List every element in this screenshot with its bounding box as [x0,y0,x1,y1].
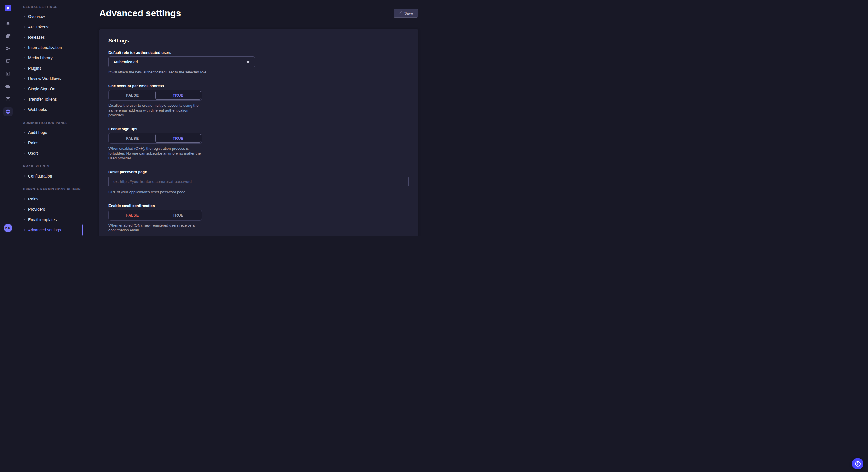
bullet-icon [24,37,25,38]
sidebar-item-up-roles[interactable]: Roles [16,194,83,204]
bullet-icon [24,153,25,154]
sidebar-item-webhooks[interactable]: Webhooks [16,104,83,115]
sidebar-item-email-templates[interactable]: Email templates [16,214,83,225]
cart-icon[interactable] [3,94,12,103]
fields-container: Default role for authenticated users Aut… [108,50,409,236]
bullet-icon [24,132,25,133]
bullet-icon [24,99,25,100]
bullet-icon [24,78,25,79]
sidebar-item-label: Providers [28,207,45,212]
sidebar-item-label: Overview [28,14,45,19]
select-value: Authenticated [113,60,138,64]
toggle-option-true[interactable]: TRUE [155,134,201,142]
paper-plane-icon[interactable] [3,44,12,53]
subnav-section-header: EMAIL PLUGIN [16,165,83,168]
sidebar-item-label: Users [28,151,39,156]
field-hint: URL of your application's reset password… [108,190,409,194]
field-label: Enable sign-ups [108,127,202,131]
page-header: Advanced settings Save [99,6,418,20]
field-hint: It will attach the new authenticated use… [108,70,255,74]
sidebar-item-label: Media Library [28,56,53,60]
sidebar-item-transfer-tokens[interactable]: Transfer Tokens [16,94,83,104]
active-item-indicator [82,224,83,236]
sidebar-item-internationalization[interactable]: Internationalization [16,42,83,53]
field-reset-password-page: Reset password page URL of your applicat… [108,170,409,194]
subnav-section-header: USERS & PERMISSIONS PLUGIN [16,188,83,191]
sidebar-item-review-workflows[interactable]: Review Workflows [16,73,83,84]
page-title: Advanced settings [99,8,181,19]
sidebar-item-providers[interactable]: Providers [16,204,83,214]
layout-icon[interactable] [3,69,12,78]
field-label: Default role for authenticated users [108,50,255,55]
toggle-option-true[interactable]: TRUE [155,211,201,220]
sidebar-item-label: Releases [28,35,45,40]
sidebar-item-label: Advanced settings [28,228,61,232]
sidebar-item-label: Email templates [28,217,57,222]
rail-footer: KD [0,220,16,236]
sidebar-item-label: Audit Logs [28,130,47,135]
sidebar-item-advanced-settings[interactable]: Advanced settings [16,225,83,235]
sidebar-item-label: Roles [28,197,38,201]
home-icon[interactable] [3,19,12,28]
strapi-logo-icon[interactable] [5,5,11,11]
sign-ups-toggle: FALSE TRUE [108,133,202,144]
toggle-option-false[interactable]: FALSE [110,134,155,142]
email-confirmation-toggle: FALSE TRUE [108,210,202,221]
sidebar-item-admin-roles[interactable]: Roles [16,138,83,148]
reset-password-input[interactable] [108,176,409,187]
sidebar-item-overview[interactable]: Overview [16,11,83,22]
bullet-icon [24,219,25,220]
rail-icon-list [0,16,16,220]
field-enable-email-confirmation: Enable email confirmation FALSE TRUE Whe… [108,204,202,233]
save-button-label: Save [404,11,413,15]
field-default-role: Default role for authenticated users Aut… [108,50,255,74]
bullet-icon [24,198,25,200]
sidebar-item-single-sign-on[interactable]: Single Sign-On [16,84,83,94]
subnav-section-header: GLOBAL SETTINGS [16,5,83,9]
save-button[interactable]: Save [394,9,418,18]
sidebar-item-users[interactable]: Users [16,148,83,158]
sidebar-item-label: Configuration [28,174,52,178]
bullet-icon [24,109,25,110]
bullet-icon [24,142,25,143]
field-hint: When disabled (OFF), the registration pr… [108,146,202,161]
toggle-option-false[interactable]: FALSE [110,211,155,220]
icon-rail: KD [0,0,16,236]
cloud-icon[interactable] [3,82,12,91]
bullet-icon [24,16,25,17]
sidebar-item-label: Plugins [28,66,41,71]
gear-icon[interactable] [3,107,12,116]
field-label: Enable email confirmation [108,204,202,208]
feather-icon[interactable] [3,31,12,40]
field-label: One account per email address [108,84,202,88]
sidebar-item-plugins[interactable]: Plugins [16,63,83,73]
sidebar-item-label: Transfer Tokens [28,97,57,102]
logo-container [0,0,16,16]
field-label: Reset password page [108,170,409,174]
main-content: Advanced settings Save Settings Default … [83,0,434,236]
sidebar-item-email-configuration[interactable]: Configuration [16,171,83,181]
bullet-icon [24,209,25,210]
one-account-toggle: FALSE TRUE [108,90,202,101]
default-role-select[interactable]: Authenticated [108,57,255,67]
sidebar-item-media-library[interactable]: Media Library [16,53,83,63]
toggle-option-true[interactable]: TRUE [155,91,201,100]
settings-card: Settings Default role for authenticated … [99,29,418,236]
sidebar-item-api-tokens[interactable]: API Tokens [16,22,83,32]
bullet-icon [24,88,25,90]
sidebar-item-audit-logs[interactable]: Audit Logs [16,127,83,138]
bullet-icon [24,229,25,231]
toggle-option-false[interactable]: FALSE [110,91,155,100]
bullet-icon [24,47,25,48]
sidebar-item-label: Review Workflows [28,76,61,81]
images-icon[interactable] [3,57,12,66]
field-one-account-per-email: One account per email address FALSE TRUE… [108,84,202,117]
avatar[interactable]: KD [4,224,12,232]
bullet-icon [24,175,25,177]
sidebar-item-label: API Tokens [28,25,49,29]
field-enable-sign-ups: Enable sign-ups FALSE TRUE When disabled… [108,127,202,161]
bullet-icon [24,68,25,69]
bullet-icon [24,57,25,59]
sidebar-item-releases[interactable]: Releases [16,32,83,42]
sidebar-item-label: Roles [28,140,38,145]
